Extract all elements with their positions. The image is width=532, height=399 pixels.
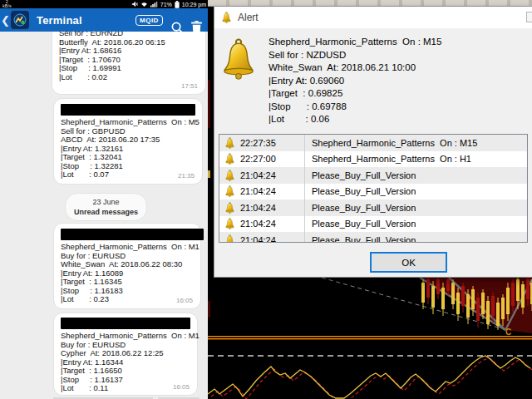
alert-list: 22:27:35 Shepherd_Harmonic_Patterns On :… bbox=[219, 134, 528, 243]
message-line: Cypher At: 2018.06.22 12:25 bbox=[61, 349, 190, 358]
phone-status-bar: 2 kB/s 71% 10:29 pm bbox=[0, 0, 208, 8]
status-time: 10:29 pm bbox=[182, 2, 206, 7]
battery-icon bbox=[175, 1, 180, 8]
alert-dialog: Alert Shepherd_Harmonic_Patterns On : M1… bbox=[214, 7, 532, 278]
message-line: Shepherd_Harmonic_Patterns On : M5 bbox=[61, 118, 195, 127]
alert-line: White_Swan At: 2018.06.21 10:00 bbox=[268, 62, 441, 75]
bell-icon bbox=[224, 137, 235, 149]
redacted-text-bar bbox=[61, 229, 204, 240]
alert-message: Please_Buy_Full_Version bbox=[305, 219, 416, 229]
message-line: |Lot : 0.02 bbox=[59, 73, 199, 82]
message-line: Shepherd_Harmonic_Patterns On : M1 bbox=[61, 243, 194, 252]
divider-label: Unread messages bbox=[74, 208, 138, 216]
bell-icon bbox=[224, 234, 235, 243]
alert-time: 21:04:24 bbox=[240, 219, 276, 229]
alert-time: 22:27:00 bbox=[240, 154, 276, 164]
bell-icon bbox=[224, 170, 235, 181]
alert-row[interactable]: 21:04:24 Please_Buy_Full_Version bbox=[219, 200, 527, 216]
alert-line: |Stop : 0.69788 bbox=[268, 101, 441, 114]
message-line: |Lot : 0.23 bbox=[61, 295, 194, 304]
alert-time: 21:04:24 bbox=[240, 186, 276, 196]
bell-icon bbox=[224, 153, 235, 165]
message-bubble: Shepherd_Harmonic_Patterns On : M1 Buy f… bbox=[53, 223, 201, 309]
message-bubble: Shepherd_Harmonic_Patterns On : M1 Buy f… bbox=[53, 313, 198, 396]
dialog-titlebar[interactable]: Alert bbox=[214, 7, 532, 28]
alert-message: Please_Buy_Full_Version bbox=[305, 170, 416, 180]
redacted-text-bar bbox=[61, 318, 190, 329]
message-list: Sell for : EURNZD Butterfly At: 2018.06.… bbox=[0, 32, 208, 399]
message-line: |Lot : 0.07 bbox=[61, 170, 195, 180]
message-time: 17:51 bbox=[181, 82, 198, 90]
bell-icon bbox=[221, 12, 232, 23]
alert-line: |Target : 0.69825 bbox=[268, 87, 441, 101]
metatrader-app-icon bbox=[11, 11, 29, 29]
alert-message: Shepherd_Harmonic_Patterns On : H1 bbox=[305, 154, 471, 164]
signal-icon bbox=[150, 1, 158, 7]
message-line: |Target : 1.32041 bbox=[61, 153, 195, 162]
alert-row[interactable]: 21:04:24 Please_Buy_Full_Version bbox=[219, 184, 527, 200]
alert-line: |Entry At: 0.69060 bbox=[268, 75, 441, 88]
alert-time: 21:04:24 bbox=[240, 170, 276, 180]
battery-percent: 71% bbox=[160, 2, 172, 7]
bell-icon bbox=[224, 202, 235, 214]
alert-message: Please_Buy_Full_Version bbox=[305, 203, 416, 213]
alert-time: 21:04:24 bbox=[240, 235, 276, 243]
alert-row[interactable]: 21:04:24 Please_Buy_Full_Version bbox=[219, 216, 527, 233]
message-line: ABCD At: 2018.06.20 17:35 bbox=[61, 135, 195, 145]
redacted-text-bar bbox=[61, 104, 195, 116]
screenshot-root: C Alert Shepherd_Harmonic_Patterns On : … bbox=[0, 0, 532, 399]
message-time: 16:05 bbox=[173, 383, 190, 391]
message-time: 16:05 bbox=[176, 297, 193, 304]
message-line: Shepherd_Harmonic_Patterns On : M1 bbox=[61, 332, 190, 341]
phone-app-bar: ❮ Terminal MQID bbox=[0, 8, 208, 32]
message-line: |Lot : 0.11 bbox=[61, 384, 190, 393]
alert-row[interactable]: 22:27:00 Shepherd_Harmonic_Patterns On :… bbox=[219, 151, 527, 168]
alert-time: 22:27:35 bbox=[240, 138, 276, 148]
alert-message: Please_Buy_Full_Version bbox=[305, 235, 416, 243]
alert-line: |Lot : 0.06 bbox=[268, 113, 441, 126]
message-bubble: Shepherd_Harmonic_Patterns On : M5 Sell … bbox=[53, 98, 203, 185]
alert-line: Shepherd_Harmonic_Patterns On : M15 bbox=[268, 36, 441, 49]
mqid-badge[interactable]: MQID bbox=[135, 15, 163, 26]
page-title: Terminal bbox=[37, 14, 82, 27]
dialog-title: Alert bbox=[238, 12, 259, 23]
message-line: |Target : 1.16650 bbox=[61, 367, 190, 376]
mute-icon bbox=[131, 1, 138, 7]
close-icon[interactable] bbox=[526, 12, 532, 22]
message-bubble: Sell for : EURNZD Butterfly At: 2018.06.… bbox=[52, 32, 206, 95]
svg-text:C: C bbox=[505, 328, 511, 337]
mt4-toolbar-sliver bbox=[208, 0, 532, 7]
alert-row[interactable]: 21:04:24 Please_Buy_Full_Version bbox=[219, 167, 527, 184]
divider-date: 23 June bbox=[74, 198, 138, 206]
alert-row[interactable]: 21:04:24 Please_Buy_Full_Version bbox=[219, 232, 527, 243]
message-line: |Target : 1.16345 bbox=[61, 278, 194, 287]
alert-message: Please_Buy_Full_Version bbox=[305, 186, 416, 196]
message-line: |Stop : 1.69991 bbox=[59, 64, 199, 73]
unread-divider: 23 June Unread messages bbox=[65, 193, 147, 221]
alert-line: Sell for : NZDUSD bbox=[268, 49, 441, 62]
alert-time: 21:04:24 bbox=[240, 203, 276, 213]
bell-icon bbox=[224, 185, 235, 197]
message-line: White_Swan At: 2018.06.22 08:30 bbox=[61, 260, 194, 269]
message-line: |Entry At: 1.68616 bbox=[59, 47, 199, 56]
alert-message: Shepherd_Harmonic_Patterns On : M15 bbox=[305, 138, 477, 148]
bell-icon bbox=[221, 38, 256, 80]
bell-icon bbox=[224, 218, 235, 229]
back-icon[interactable]: ❮ bbox=[1, 14, 9, 27]
alert-row[interactable]: 22:27:35 Shepherd_Harmonic_Patterns On :… bbox=[219, 135, 527, 151]
message-time: 21:35 bbox=[178, 172, 195, 180]
phone-screenshot: 2 kB/s 71% 10:29 pm bbox=[0, 0, 208, 399]
ok-button[interactable]: OK bbox=[370, 252, 447, 273]
wifi-icon bbox=[140, 1, 148, 7]
